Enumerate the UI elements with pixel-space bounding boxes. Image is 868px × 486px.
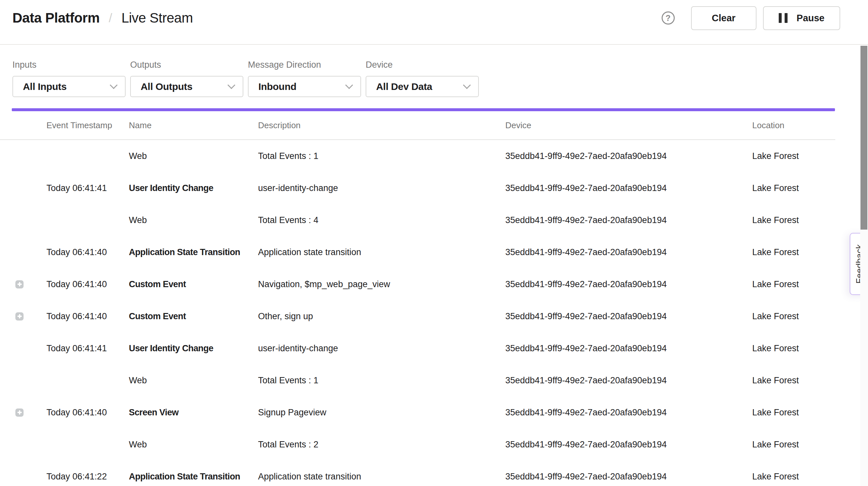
- help-glyph: ?: [665, 13, 671, 23]
- table-row[interactable]: Today 06:41:40 Application State Transit…: [0, 236, 835, 268]
- breadcrumb-root-link[interactable]: Data Platform: [12, 10, 100, 26]
- scrollbar-thumb[interactable]: [861, 46, 867, 230]
- table-row[interactable]: Today 06:41:40 Screen View Signup Pagevi…: [0, 396, 835, 428]
- events-table: Event Timestamp Name Description Device …: [0, 111, 835, 486]
- expand-cell: [0, 473, 46, 481]
- name-cell: Web: [129, 439, 258, 450]
- help-icon[interactable]: ?: [662, 11, 675, 25]
- name-cell: User Identity Change: [129, 343, 258, 354]
- expand-cell: [0, 248, 46, 256]
- table-row[interactable]: Today 06:41:40 Custom Event Navigation, …: [0, 268, 835, 300]
- device-dropdown-value: All Dev Data: [376, 81, 432, 92]
- filter-bar: Inputs All Inputs Outputs All Outputs Me…: [12, 60, 479, 97]
- device-cell: 35eddb41-9ff9-49e2-7aed-20afa90eb194: [505, 407, 752, 418]
- device-cell: 35eddb41-9ff9-49e2-7aed-20afa90eb194: [505, 279, 752, 290]
- name-cell: Custom Event: [129, 311, 258, 322]
- device-cell: 35eddb41-9ff9-49e2-7aed-20afa90eb194: [505, 151, 752, 161]
- location-cell: Lake Forest: [752, 375, 835, 386]
- outputs-dropdown-value: All Outputs: [141, 81, 192, 92]
- table-row[interactable]: Today 06:41:41 User Identity Change user…: [0, 332, 835, 364]
- breadcrumb: Data Platform / Live Stream: [12, 10, 193, 26]
- device-cell: 35eddb41-9ff9-49e2-7aed-20afa90eb194: [505, 311, 752, 322]
- expand-button[interactable]: [16, 312, 24, 321]
- location-cell: Lake Forest: [752, 472, 835, 482]
- chevron-down-icon: [463, 81, 471, 89]
- name-cell: Application State Transition: [129, 472, 258, 482]
- name-cell: User Identity Change: [129, 183, 258, 193]
- table-row[interactable]: Today 06:41:22 Application State Transit…: [0, 460, 835, 486]
- filter-label: Inputs: [12, 60, 126, 70]
- location-cell: Lake Forest: [752, 311, 835, 322]
- table-row[interactable]: Web Total Events : 4 35eddb41-9ff9-49e2-…: [0, 204, 835, 236]
- timestamp-cell: Today 06:41:41: [46, 183, 129, 193]
- chevron-down-icon: [227, 81, 235, 89]
- table-row[interactable]: Web Total Events : 2 35eddb41-9ff9-49e2-…: [0, 428, 835, 460]
- pause-button-label: Pause: [797, 13, 825, 24]
- expand-cell: [0, 152, 46, 160]
- filter-label: Device: [366, 60, 479, 70]
- description-column-header: Description: [258, 120, 505, 130]
- location-cell: Lake Forest: [752, 343, 835, 354]
- description-cell: user-identity-change: [258, 343, 505, 354]
- table-row[interactable]: Today 06:41:41 User Identity Change user…: [0, 172, 835, 204]
- location-cell: Lake Forest: [752, 247, 835, 257]
- table-header-row: Event Timestamp Name Description Device …: [0, 111, 835, 140]
- filter-label: Outputs: [130, 60, 243, 70]
- timestamp-cell: Today 06:41:40: [46, 311, 129, 322]
- name-cell: Custom Event: [129, 279, 258, 290]
- filter-outputs: Outputs All Outputs: [130, 60, 243, 97]
- name-column-header: Name: [129, 120, 258, 130]
- table-row[interactable]: Web Total Events : 1 35eddb41-9ff9-49e2-…: [0, 364, 835, 396]
- timestamp-cell: Today 06:41:22: [46, 472, 129, 482]
- description-cell: Signup Pageview: [258, 407, 505, 418]
- expand-cell: [0, 312, 46, 321]
- name-cell: Application State Transition: [129, 247, 258, 257]
- inputs-dropdown[interactable]: All Inputs: [12, 76, 126, 97]
- timestamp-cell: Today 06:41:40: [46, 407, 129, 418]
- filter-message-direction: Message Direction Inbound: [248, 60, 361, 97]
- device-cell: 35eddb41-9ff9-49e2-7aed-20afa90eb194: [505, 343, 752, 354]
- pause-button[interactable]: Pause: [763, 6, 840, 30]
- message-direction-dropdown[interactable]: Inbound: [248, 76, 361, 97]
- location-cell: Lake Forest: [752, 215, 835, 225]
- expand-button[interactable]: [16, 408, 24, 417]
- expand-cell: [0, 280, 46, 288]
- table-row[interactable]: Today 06:41:40 Custom Event Other, sign …: [0, 300, 835, 332]
- expand-button[interactable]: [16, 280, 24, 288]
- device-column-header: Device: [505, 120, 752, 130]
- filter-device: Device All Dev Data: [366, 60, 479, 97]
- expand-cell: [0, 216, 46, 224]
- filter-inputs: Inputs All Inputs: [12, 60, 126, 97]
- location-cell: Lake Forest: [752, 407, 835, 418]
- clear-button[interactable]: Clear: [691, 6, 756, 30]
- device-cell: 35eddb41-9ff9-49e2-7aed-20afa90eb194: [505, 215, 752, 225]
- name-cell: Web: [129, 215, 258, 225]
- device-cell: 35eddb41-9ff9-49e2-7aed-20afa90eb194: [505, 439, 752, 450]
- location-cell: Lake Forest: [752, 183, 835, 193]
- header-actions: ? Clear Pause: [662, 6, 840, 30]
- location-column-header: Location: [752, 120, 835, 130]
- expand-cell: [0, 408, 46, 417]
- timestamp-cell: Today 06:41:41: [46, 343, 129, 354]
- description-cell: Navigation, $mp_web_page_view: [258, 279, 505, 290]
- expand-cell: [0, 441, 46, 449]
- description-cell: Total Events : 2: [258, 439, 505, 450]
- name-cell: Web: [129, 375, 258, 386]
- description-cell: Application state transition: [258, 472, 505, 482]
- device-dropdown[interactable]: All Dev Data: [366, 76, 479, 97]
- filter-label: Message Direction: [248, 60, 361, 70]
- clear-button-label: Clear: [712, 13, 736, 24]
- description-cell: Total Events : 1: [258, 151, 505, 161]
- device-cell: 35eddb41-9ff9-49e2-7aed-20afa90eb194: [505, 247, 752, 257]
- location-cell: Lake Forest: [752, 439, 835, 450]
- app-header: Data Platform / Live Stream ? Clear Paus…: [0, 0, 868, 45]
- pause-icon: [779, 13, 787, 23]
- outputs-dropdown[interactable]: All Outputs: [130, 76, 243, 97]
- device-cell: 35eddb41-9ff9-49e2-7aed-20afa90eb194: [505, 183, 752, 193]
- timestamp-cell: Today 06:41:40: [46, 247, 129, 257]
- description-cell: Total Events : 4: [258, 215, 505, 225]
- event-timestamp-column-header: Event Timestamp: [46, 120, 129, 130]
- description-cell: Other, sign up: [258, 311, 505, 322]
- table-row[interactable]: Web Total Events : 1 35eddb41-9ff9-49e2-…: [0, 140, 835, 172]
- stream-indicator-bar: [12, 108, 835, 111]
